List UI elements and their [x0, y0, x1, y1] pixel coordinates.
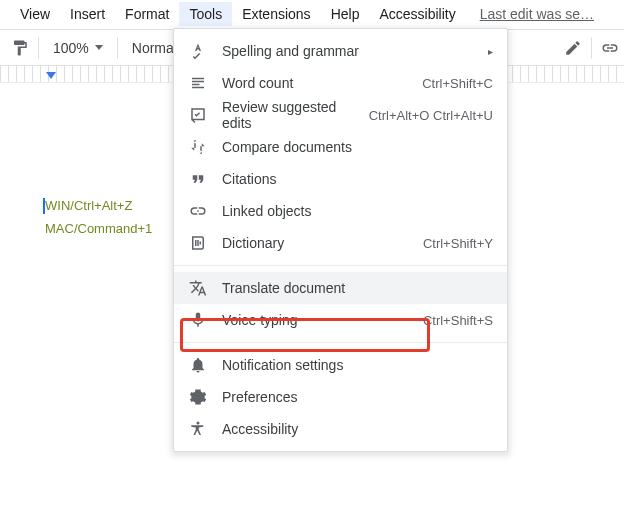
menu-shortcut: Ctrl+Shift+S — [423, 313, 493, 328]
translate-icon — [188, 278, 208, 298]
menu-format[interactable]: Format — [115, 2, 179, 26]
dict-icon — [188, 233, 208, 253]
menu-view[interactable]: View — [10, 2, 60, 26]
menu-item-accessibility[interactable]: Accessibility — [174, 413, 507, 445]
menu-item-dictionary[interactable]: DictionaryCtrl+Shift+Y — [174, 227, 507, 259]
menu-insert[interactable]: Insert — [60, 2, 115, 26]
menu-item-label: Review suggested edits — [222, 99, 369, 131]
menu-help[interactable]: Help — [321, 2, 370, 26]
menu-item-label: Linked objects — [222, 203, 493, 219]
menu-shortcut: Ctrl+Shift+Y — [423, 236, 493, 251]
zoom-select[interactable]: 100% — [43, 40, 113, 56]
menu-extensions[interactable]: Extensions — [232, 2, 320, 26]
indent-marker[interactable] — [46, 72, 56, 79]
menu-item-citations[interactable]: Citations — [174, 163, 507, 195]
voice-icon — [188, 310, 208, 330]
editing-mode-button[interactable] — [559, 34, 587, 62]
menu-item-word-count[interactable]: Word countCtrl+Shift+C — [174, 67, 507, 99]
cite-icon — [188, 169, 208, 189]
prefs-icon — [188, 387, 208, 407]
spell-icon — [188, 41, 208, 61]
zoom-value: 100% — [53, 40, 89, 56]
menu-shortcut: Ctrl+Alt+O Ctrl+Alt+U — [369, 108, 493, 123]
menu-item-spelling-and-grammar[interactable]: Spelling and grammar▸ — [174, 35, 507, 67]
last-edit-link[interactable]: Last edit was se… — [480, 6, 594, 22]
menu-item-preferences[interactable]: Preferences — [174, 381, 507, 413]
menu-item-label: Word count — [222, 75, 422, 91]
menu-item-label: Dictionary — [222, 235, 423, 251]
menu-item-label: Citations — [222, 171, 493, 187]
pencil-icon — [564, 39, 582, 57]
doc-line-1[interactable]: WIN/Ctrl+Alt+Z — [45, 198, 132, 213]
tools-menu: Spelling and grammar▸Word countCtrl+Shif… — [173, 28, 508, 452]
menubar: ViewInsertFormatToolsExtensionsHelpAcces… — [0, 0, 624, 28]
menu-item-notification-settings[interactable]: Notification settings — [174, 349, 507, 381]
menu-item-voice-typing[interactable]: Voice typingCtrl+Shift+S — [174, 304, 507, 336]
menu-item-translate-document[interactable]: Translate document — [174, 272, 507, 304]
menu-item-linked-objects[interactable]: Linked objects — [174, 195, 507, 227]
menu-item-label: Voice typing — [222, 312, 423, 328]
menu-item-label: Translate document — [222, 280, 493, 296]
menu-item-label: Compare documents — [222, 139, 493, 155]
menu-item-label: Accessibility — [222, 421, 493, 437]
a11y-icon — [188, 419, 208, 439]
compare-icon — [188, 137, 208, 157]
insert-link-button[interactable] — [596, 34, 624, 62]
review-icon — [188, 105, 208, 125]
link-icon — [600, 39, 620, 57]
menu-item-label: Spelling and grammar — [222, 43, 488, 59]
menu-item-label: Notification settings — [222, 357, 493, 373]
menu-item-review-suggested-edits[interactable]: Review suggested editsCtrl+Alt+O Ctrl+Al… — [174, 99, 507, 131]
paint-format-button[interactable] — [6, 34, 34, 62]
menu-item-compare-documents[interactable]: Compare documents — [174, 131, 507, 163]
linked-icon — [188, 201, 208, 221]
menu-tools[interactable]: Tools — [179, 2, 232, 26]
submenu-arrow-icon: ▸ — [488, 46, 493, 57]
paint-roller-icon — [11, 39, 29, 57]
chevron-down-icon — [95, 45, 103, 50]
menu-accessibility[interactable]: Accessibility — [369, 2, 465, 26]
paragraph-style-value: Normal — [132, 40, 177, 56]
menu-divider — [174, 342, 507, 343]
menu-divider — [174, 265, 507, 266]
doc-line-2[interactable]: MAC/Command+1 — [45, 221, 152, 236]
bell-icon — [188, 355, 208, 375]
menu-item-label: Preferences — [222, 389, 493, 405]
wordcount-icon — [188, 73, 208, 93]
menu-shortcut: Ctrl+Shift+C — [422, 76, 493, 91]
